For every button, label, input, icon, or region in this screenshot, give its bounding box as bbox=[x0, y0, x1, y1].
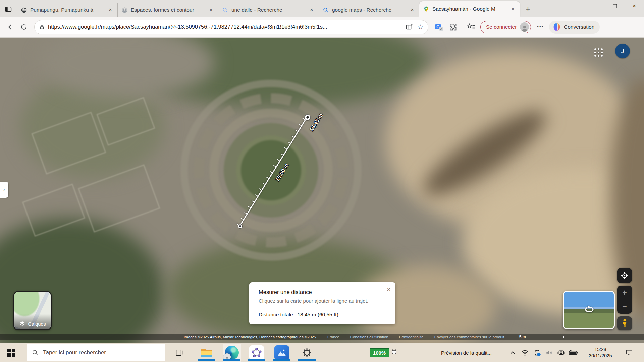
action-center-icon[interactable] bbox=[623, 343, 636, 362]
measure-endpoint-start[interactable] bbox=[238, 224, 242, 228]
refresh-icon[interactable] bbox=[17, 21, 30, 34]
search-icon bbox=[322, 7, 329, 13]
clock-date: 30/11/2025 bbox=[589, 353, 612, 359]
taskbar-search[interactable] bbox=[27, 344, 165, 361]
minimize-button[interactable]: — bbox=[586, 0, 605, 12]
edge-browser-button[interactable] bbox=[224, 345, 240, 361]
tray-overflow-chevron-icon[interactable] bbox=[507, 343, 518, 362]
zoom-out-button[interactable]: − bbox=[617, 302, 632, 312]
dialog-total-distance: Distance totale : 18,45 m (60,55 ft) bbox=[259, 312, 386, 318]
location-crosshair-icon bbox=[621, 272, 629, 280]
globe-icon bbox=[20, 7, 27, 13]
photos-icon bbox=[274, 345, 289, 360]
back-icon[interactable] bbox=[5, 21, 17, 34]
zoom-divider bbox=[620, 300, 629, 300]
sync-status-icon[interactable] bbox=[532, 343, 542, 362]
feedback-link[interactable]: Envoyer des commentaires sur le produit bbox=[434, 335, 504, 339]
url-text[interactable]: https://www.google.fr/maps/place/Sacsayh… bbox=[48, 24, 401, 30]
battery-tray-icon[interactable] bbox=[569, 343, 579, 362]
wifi-icon[interactable] bbox=[520, 343, 530, 362]
tab-workspaces-icon[interactable] bbox=[0, 3, 17, 16]
power-plug-icon[interactable] bbox=[391, 349, 397, 358]
tab-title: une dalle - Recherche bbox=[231, 7, 308, 13]
task-view-button[interactable] bbox=[171, 345, 187, 361]
browser-toolbar: https://www.google.fr/maps/place/Sacsayh… bbox=[0, 17, 644, 38]
satellite-map[interactable]: 18,45 m 10,00 m ‹ J × Mesurer une distan… bbox=[0, 38, 644, 343]
pegman-button[interactable] bbox=[617, 316, 632, 330]
settings-button[interactable] bbox=[299, 345, 315, 361]
terms-link[interactable]: Conditions d'utilisation bbox=[350, 335, 388, 339]
tab-close-icon[interactable]: × bbox=[509, 6, 517, 12]
search-icon bbox=[222, 7, 228, 13]
pegman-icon bbox=[621, 319, 628, 328]
extensions-puzzle-icon[interactable] bbox=[449, 23, 457, 31]
imagery-credit: Images ©2025 Airbus, Maxar Technologies,… bbox=[184, 335, 316, 339]
start-button[interactable] bbox=[3, 345, 19, 361]
globe-icon bbox=[121, 7, 128, 13]
settings-more-icon[interactable]: ••• bbox=[537, 24, 544, 29]
layers-icon bbox=[19, 320, 25, 327]
dialog-title: Mesurer une distance bbox=[259, 289, 386, 295]
side-panel-collapse-button[interactable]: ‹ bbox=[0, 182, 8, 198]
close-window-button[interactable]: × bbox=[625, 0, 644, 12]
gear-icon bbox=[302, 348, 312, 358]
search-icon bbox=[32, 349, 39, 356]
tab-une-dalle[interactable]: une dalle - Recherche × bbox=[218, 3, 319, 17]
search-input[interactable] bbox=[43, 349, 160, 356]
translate-icon[interactable]: G bbox=[435, 23, 444, 32]
tab-close-icon[interactable]: × bbox=[107, 7, 114, 13]
tab-close-icon[interactable]: × bbox=[308, 7, 315, 13]
file-explorer-button[interactable] bbox=[199, 345, 215, 361]
battery-percentage-badge[interactable]: 100% bbox=[370, 348, 389, 357]
favorite-star-icon[interactable]: ☆ bbox=[417, 23, 423, 31]
tray-app-label: Prévision de la qualit... bbox=[441, 350, 492, 356]
camera-cast-icon[interactable] bbox=[556, 343, 566, 362]
map-attribution-bar: Images ©2025 Airbus, Maxar Technologies,… bbox=[0, 334, 644, 340]
scale-label: 5 m bbox=[519, 335, 526, 339]
maximize-button[interactable] bbox=[605, 0, 625, 12]
tab-title: google maps - Recherche bbox=[332, 7, 409, 13]
account-avatar[interactable]: J bbox=[615, 44, 630, 58]
avatar-letter: J bbox=[621, 47, 624, 55]
favorites-list-icon[interactable] bbox=[467, 23, 476, 31]
zoom-control: + − bbox=[617, 286, 632, 314]
tab-google-maps-search[interactable]: google maps - Recherche × bbox=[319, 3, 419, 17]
privacy-link[interactable]: Confidentialité bbox=[399, 335, 424, 339]
geogebra-icon bbox=[249, 345, 264, 360]
dialog-close-icon[interactable]: × bbox=[387, 286, 391, 293]
street-view-preview[interactable] bbox=[563, 291, 615, 329]
file-explorer-icon bbox=[201, 348, 212, 357]
geogebra-button[interactable] bbox=[249, 345, 265, 361]
taskbar-clock[interactable]: 15:28 30/11/2025 bbox=[584, 343, 616, 362]
photos-button[interactable] bbox=[274, 345, 290, 361]
battery-percent: 100% bbox=[373, 350, 386, 356]
sign-in-button[interactable]: Se connecter bbox=[480, 21, 531, 33]
new-tab-button[interactable]: + bbox=[522, 3, 534, 15]
layers-label: Calques bbox=[28, 321, 46, 327]
rotate-360-icon bbox=[583, 305, 595, 315]
google-apps-grid-icon[interactable] bbox=[594, 48, 603, 57]
tab-espaces[interactable]: Espaces, formes et contour × bbox=[117, 3, 218, 17]
lock-icon[interactable] bbox=[39, 24, 45, 30]
tab-close-icon[interactable]: × bbox=[409, 7, 416, 13]
window-controls: — × bbox=[586, 0, 644, 12]
tab-title: Sacsayhuamán - Google M bbox=[432, 6, 509, 12]
windows-logo-icon bbox=[7, 348, 16, 357]
volume-icon[interactable] bbox=[544, 343, 554, 362]
tab-pumapungu[interactable]: Pumapungu, Pumapunku à × bbox=[17, 3, 117, 17]
measure-distance-dialog: × Mesurer une distance Cliquez sur la ca… bbox=[249, 282, 395, 324]
address-bar[interactable]: https://www.google.fr/maps/place/Sacsayh… bbox=[34, 20, 428, 34]
tab-close-icon[interactable]: × bbox=[207, 7, 215, 13]
chevron-left-icon: ‹ bbox=[3, 186, 5, 193]
tab-sacsayhuaman-active[interactable]: Sacsayhuamán - Google M × bbox=[419, 1, 520, 17]
zoom-in-button[interactable]: + bbox=[617, 288, 632, 298]
split-screen-icon[interactable] bbox=[406, 23, 413, 31]
desktop: Pumapungu, Pumapunku à × Espaces, formes… bbox=[0, 0, 644, 362]
tray-app-title[interactable]: Prévision de la qualit... bbox=[441, 343, 492, 362]
copilot-button[interactable]: Conversation bbox=[549, 21, 600, 34]
dialog-instructions: Cliquez sur la carte pour ajouter la lig… bbox=[259, 298, 386, 304]
layers-button[interactable]: Calques bbox=[13, 291, 52, 330]
browser-tab-strip: Pumapungu, Pumapunku à × Espaces, formes… bbox=[0, 0, 644, 17]
measure-endpoint-end[interactable] bbox=[305, 114, 311, 120]
my-location-button[interactable] bbox=[617, 268, 632, 283]
